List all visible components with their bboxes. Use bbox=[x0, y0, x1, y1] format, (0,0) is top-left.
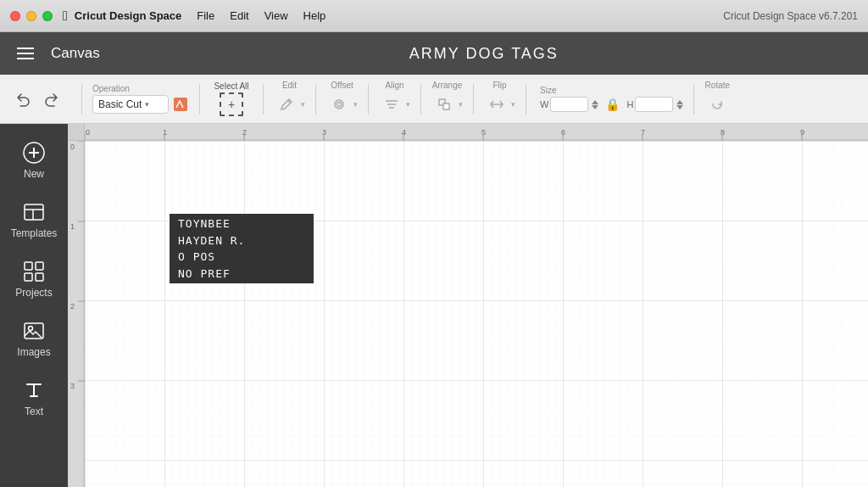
rotate-label: Rotate bbox=[705, 81, 730, 90]
dropdown-arrow: ▾ bbox=[145, 100, 149, 109]
svg-rect-15 bbox=[25, 262, 32, 270]
divider-9 bbox=[693, 84, 694, 115]
dog-tag-line-3: O POS bbox=[178, 249, 305, 266]
undo-button[interactable] bbox=[10, 87, 36, 112]
menu-edit[interactable]: Edit bbox=[230, 9, 248, 22]
svg-rect-0 bbox=[174, 98, 187, 111]
width-label: W bbox=[540, 99, 548, 109]
redo-button[interactable] bbox=[39, 87, 64, 112]
edit-color-button[interactable] bbox=[172, 96, 189, 113]
height-label: H bbox=[626, 99, 633, 109]
size-inputs: W 🔒 H bbox=[540, 97, 683, 112]
sidebar-item-new[interactable]: New bbox=[0, 131, 68, 190]
ruler-horizontal: 0 1 2 3 4 5 6 7 8 9 bbox=[85, 124, 868, 141]
menu-file[interactable]: File bbox=[197, 9, 214, 22]
apple-icon[interactable]:  bbox=[63, 8, 68, 24]
width-decrease[interactable] bbox=[592, 105, 598, 109]
svg-text:0: 0 bbox=[70, 143, 75, 151]
svg-text:1: 1 bbox=[70, 222, 75, 231]
svg-point-2 bbox=[335, 100, 343, 109]
select-all-label: Select All bbox=[214, 81, 248, 91]
divider-6 bbox=[420, 84, 421, 115]
offset-arrow: ▾ bbox=[353, 100, 358, 109]
offset-button[interactable] bbox=[326, 92, 352, 117]
undo-redo-group bbox=[10, 87, 64, 112]
images-icon bbox=[22, 319, 46, 343]
sidebar-item-images-label: Images bbox=[17, 346, 50, 358]
svg-rect-52 bbox=[85, 141, 868, 487]
flip-button[interactable] bbox=[484, 92, 509, 117]
svg-text:9: 9 bbox=[800, 128, 804, 137]
hamburger-menu[interactable] bbox=[14, 44, 37, 63]
divider-2 bbox=[199, 84, 200, 115]
align-arrow: ▾ bbox=[406, 100, 410, 109]
width-increase[interactable] bbox=[592, 100, 598, 104]
ruler-vertical: 0 1 2 3 bbox=[68, 141, 85, 487]
svg-rect-12 bbox=[25, 204, 43, 220]
divider-8 bbox=[526, 84, 526, 115]
svg-text:2: 2 bbox=[242, 128, 247, 137]
menu-view[interactable]: View bbox=[264, 9, 288, 22]
projects-icon bbox=[22, 260, 46, 283]
align-button[interactable] bbox=[379, 92, 404, 117]
app-name: Cricut Design Space bbox=[75, 9, 181, 22]
height-increase[interactable] bbox=[676, 100, 683, 104]
width-input-group: W bbox=[540, 97, 588, 112]
sidebar-item-projects[interactable]: Projects bbox=[0, 249, 68, 309]
arrange-button[interactable] bbox=[431, 92, 457, 117]
maximize-button[interactable] bbox=[42, 11, 53, 21]
svg-text:0: 0 bbox=[86, 128, 90, 137]
dog-tag-line-2: HAYDEN R. bbox=[178, 232, 305, 249]
titlebar:  Cricut Design Space File Edit View Hel… bbox=[0, 0, 868, 32]
size-section: Size W 🔒 H bbox=[540, 86, 683, 112]
size-label: Size bbox=[540, 86, 683, 95]
app-header: Canvas ARMY DOG TAGS bbox=[0, 32, 868, 75]
operation-dropdown[interactable]: Basic Cut ▾ bbox=[92, 95, 169, 114]
edit-action-button[interactable] bbox=[274, 92, 299, 117]
svg-rect-18 bbox=[36, 273, 43, 281]
edit-label: Edit bbox=[282, 81, 297, 90]
sidebar-item-text[interactable]: Text bbox=[0, 368, 68, 428]
svg-rect-8 bbox=[443, 104, 449, 109]
minimize-button[interactable] bbox=[26, 11, 36, 21]
arrange-buttons: ▾ bbox=[431, 92, 463, 117]
version-label: Cricut Design Space v6.7.201 bbox=[723, 10, 858, 22]
ruler-corner bbox=[68, 124, 85, 141]
offset-section: Offset ▾ bbox=[326, 81, 358, 117]
flip-section: Flip ▾ bbox=[484, 81, 515, 117]
divider-4 bbox=[315, 84, 316, 115]
svg-text:7: 7 bbox=[641, 128, 645, 137]
svg-point-3 bbox=[337, 103, 342, 107]
canvas-label: Canvas bbox=[51, 45, 100, 62]
rotate-section: Rotate bbox=[704, 81, 730, 117]
arrange-label: Arrange bbox=[432, 81, 463, 90]
flip-arrow: ▾ bbox=[511, 100, 515, 109]
canvas-grid[interactable]: TOYNBEE HAYDEN R. O POS NO PREF bbox=[85, 141, 868, 487]
height-decrease[interactable] bbox=[676, 105, 683, 109]
align-label: Align bbox=[385, 81, 403, 90]
operation-control: Basic Cut ▾ bbox=[92, 95, 189, 114]
sidebar-item-templates-label: Templates bbox=[11, 227, 58, 239]
height-input-group: H bbox=[626, 97, 673, 112]
width-input[interactable] bbox=[550, 97, 588, 112]
menu-help[interactable]: Help bbox=[303, 9, 326, 22]
select-all-button[interactable] bbox=[220, 92, 243, 116]
svg-text:8: 8 bbox=[721, 128, 725, 137]
close-button[interactable] bbox=[10, 11, 20, 21]
rotate-button[interactable] bbox=[704, 92, 730, 117]
lock-icon[interactable]: 🔒 bbox=[605, 98, 620, 111]
canvas-area[interactable]: 0 1 2 3 4 5 6 7 8 9 bbox=[68, 124, 868, 487]
height-input[interactable] bbox=[635, 97, 673, 112]
sidebar-item-projects-label: Projects bbox=[15, 287, 52, 299]
align-buttons: ▾ bbox=[379, 92, 410, 117]
text-icon bbox=[22, 378, 46, 402]
sidebar-item-text-label: Text bbox=[25, 406, 43, 417]
width-steppers[interactable] bbox=[592, 100, 598, 109]
operation-value: Basic Cut bbox=[98, 98, 142, 110]
dog-tag-element[interactable]: TOYNBEE HAYDEN R. O POS NO PREF bbox=[170, 214, 314, 283]
offset-label: Offset bbox=[331, 81, 353, 90]
height-steppers[interactable] bbox=[676, 100, 683, 109]
operation-label: Operation bbox=[92, 84, 189, 93]
sidebar-item-templates[interactable]: Templates bbox=[0, 190, 68, 249]
sidebar-item-images[interactable]: Images bbox=[0, 309, 68, 368]
